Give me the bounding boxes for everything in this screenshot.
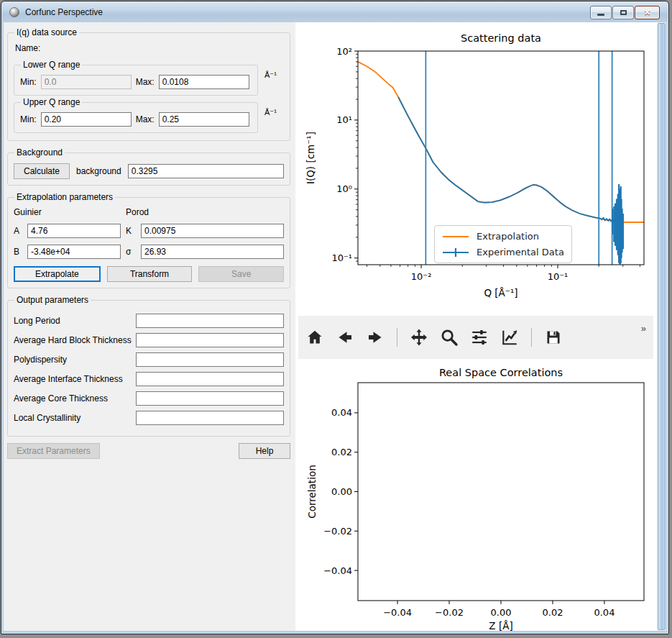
svg-text:10²: 10²: [336, 46, 352, 57]
lower-q-max-input[interactable]: [159, 75, 249, 89]
lower-q-unit-label: Å⁻¹: [264, 70, 277, 80]
svg-text:Real Space Correlations: Real Space Correlations: [439, 367, 563, 378]
upper-q-unit-label: Å⁻¹: [264, 108, 277, 117]
svg-text:Scattering data: Scattering data: [461, 32, 541, 44]
upper-q-max-label: Max:: [136, 114, 155, 124]
pan-icon: [410, 328, 428, 347]
svg-text:−0.02: −0.02: [435, 607, 464, 618]
transform-button[interactable]: Transform: [107, 266, 193, 282]
param-k-input[interactable]: [141, 224, 284, 238]
back-button[interactable]: [334, 327, 356, 348]
svg-text:10¹: 10¹: [336, 114, 352, 125]
svg-text:0.02: 0.02: [542, 607, 563, 618]
iq-data-source-group: I(q) data source Name: Lower Q range Min…: [7, 27, 290, 141]
polydispersity-input[interactable]: [136, 352, 284, 367]
window: Corfunc Perspective I(q) data source Nam…: [1, 1, 669, 634]
toolbar-extension-button[interactable]: »: [641, 323, 646, 334]
corfunc-controls-panel: I(q) data source Name: Lower Q range Min…: [4, 22, 295, 631]
lower-q-min-label: Min:: [20, 77, 37, 87]
save-button[interactable]: Save: [198, 266, 284, 282]
avg-hard-block-thickness-input[interactable]: [136, 333, 284, 347]
save-icon: [545, 329, 562, 346]
extrapolate-button[interactable]: Extrapolate: [14, 266, 101, 282]
forward-button[interactable]: [364, 327, 386, 348]
maximize-icon: [620, 10, 627, 15]
toolbar-separator: [531, 328, 532, 347]
avg-interface-thickness-label: Average Interface Thickness: [14, 374, 136, 384]
param-b-label: B: [14, 247, 22, 257]
upper-q-range-group: Upper Q range Min: Max:: [14, 97, 258, 133]
help-button[interactable]: Help: [239, 443, 290, 459]
param-a-label: A: [14, 226, 22, 236]
param-a-input[interactable]: [27, 224, 121, 238]
window-title: Corfunc Perspective: [25, 7, 103, 17]
maximize-button[interactable]: [612, 6, 634, 19]
svg-text:−0.02: −0.02: [323, 526, 352, 537]
svg-text:Q [Å⁻¹]: Q [Å⁻¹]: [484, 287, 517, 299]
porod-column-label: Porod: [126, 207, 284, 217]
plots-panel: 10⁻²10⁻¹10²10¹10⁰10⁻¹Scattering dataQ [Å…: [295, 22, 657, 631]
plot-toolbar: »: [298, 316, 653, 359]
lower-q-min-input[interactable]: [41, 75, 132, 89]
svg-text:0.02: 0.02: [331, 447, 352, 457]
param-b-input[interactable]: [27, 245, 121, 259]
upper-q-max-input[interactable]: [159, 112, 249, 127]
legend-entry: Experimental Data: [442, 247, 564, 258]
background-input[interactable]: [128, 164, 284, 178]
edit-axes-button[interactable]: [499, 327, 520, 348]
background-group: Background Calculate background: [7, 147, 290, 186]
svg-text:I(Q) [cm⁻¹]: I(Q) [cm⁻¹]: [305, 132, 316, 184]
svg-text:0.04: 0.04: [594, 607, 615, 618]
svg-text:10⁻¹: 10⁻¹: [331, 252, 352, 263]
scrollbar-thumb[interactable]: [658, 23, 666, 630]
calculate-button[interactable]: Calculate: [14, 163, 70, 179]
avg-interface-thickness-input[interactable]: [136, 372, 284, 386]
minimize-button[interactable]: [590, 6, 612, 19]
close-icon: [644, 7, 650, 17]
window-controls: [590, 6, 668, 19]
toolbar-separator: [397, 328, 397, 347]
upper-q-min-input[interactable]: [41, 112, 132, 127]
upper-q-min-label: Min:: [20, 114, 37, 124]
extract-parameters-button[interactable]: Extract Parameters: [7, 443, 100, 459]
window-content: I(q) data source Name: Lower Q range Min…: [4, 22, 666, 631]
configure-subplots-icon: [470, 328, 489, 347]
app-icon: [9, 7, 19, 17]
svg-text:10⁰: 10⁰: [336, 183, 352, 194]
desktop: Corfunc Perspective I(q) data source Nam…: [0, 0, 672, 638]
configure-subplots-button[interactable]: [469, 327, 490, 348]
local-crystallinity-input[interactable]: [136, 411, 284, 425]
guinier-column-label: Guinier: [14, 207, 121, 217]
svg-text:Z [Å]: Z [Å]: [489, 620, 512, 631]
scattering-plot-canvas[interactable]: 10⁻²10⁻¹10²10¹10⁰10⁻¹Scattering dataQ [Å…: [295, 27, 657, 316]
svg-text:Correlation: Correlation: [306, 465, 318, 518]
avg-core-thickness-label: Average Core Thickness: [14, 393, 136, 404]
avg-core-thickness-input[interactable]: [136, 391, 284, 406]
param-sigma-input[interactable]: [141, 245, 284, 259]
legend-label: Extrapolation: [477, 231, 539, 242]
home-button[interactable]: [304, 327, 326, 348]
zoom-rect-button[interactable]: [438, 327, 460, 348]
svg-text:−0.04: −0.04: [383, 607, 412, 618]
correlation-plot-canvas[interactable]: −0.04−0.020.000.020.040.040.020.00−0.02−…: [295, 360, 657, 631]
local-crystallinity-label: Local Crystallinity: [14, 413, 136, 423]
minimize-icon: [597, 14, 604, 16]
plot-legend: ExtrapolationExperimental Data: [434, 225, 572, 263]
iq-data-source-title: I(q) data source: [14, 27, 79, 37]
close-button[interactable]: [635, 6, 660, 19]
svg-text:−0.04: −0.04: [323, 565, 352, 576]
legend-entry: Extrapolation: [442, 231, 564, 242]
long-period-input[interactable]: [136, 314, 284, 328]
home-icon: [306, 329, 323, 346]
avg-hard-block-thickness-label: Average Hard Block Thickness: [14, 335, 136, 345]
param-sigma-label: σ: [126, 247, 136, 257]
vertical-scrollbar[interactable]: [657, 22, 666, 631]
pan-button[interactable]: [408, 327, 430, 348]
save-figure-button[interactable]: [543, 327, 564, 348]
polydispersity-label: Polydispersity: [14, 355, 136, 365]
zoom-icon: [440, 328, 459, 347]
svg-text:0.00: 0.00: [491, 607, 512, 618]
long-period-label: Long Period: [14, 316, 136, 326]
edit-axes-icon: [500, 328, 519, 347]
title-bar: Corfunc Perspective: [2, 2, 668, 22]
